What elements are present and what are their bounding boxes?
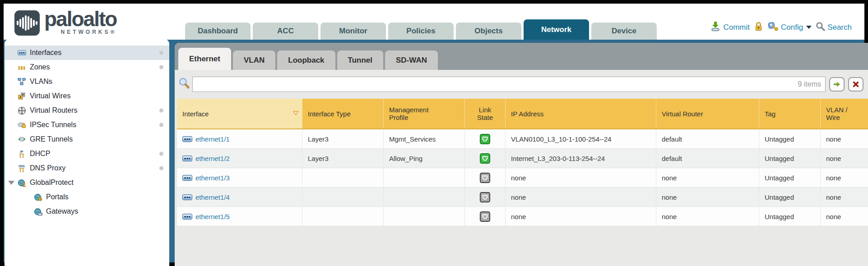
apply-filter-button[interactable] bbox=[829, 77, 845, 92]
column-header-ip[interactable]: IP Address bbox=[506, 99, 656, 128]
tab-vlan[interactable]: VLAN bbox=[233, 50, 275, 70]
portals-icon bbox=[33, 193, 42, 202]
config-label: Config bbox=[781, 23, 803, 32]
vlans-icon bbox=[17, 78, 26, 86]
filter-input[interactable] bbox=[193, 77, 825, 92]
gateways-icon bbox=[33, 207, 42, 216]
top-bar: paloalto NETWORKS® DashboardACCMonitorPo… bbox=[4, 4, 864, 40]
column-header-link[interactable]: Link State bbox=[465, 99, 506, 128]
zones-icon bbox=[17, 63, 26, 72]
vlan-cell: none bbox=[821, 168, 868, 187]
tag-cell: Untagged bbox=[759, 149, 821, 168]
interface-icon bbox=[182, 194, 192, 200]
sidebar-item-zones[interactable]: Zones bbox=[5, 60, 169, 74]
table-row[interactable]: ethernet1/3 nonenoneUntaggednone bbox=[177, 168, 868, 188]
search-label: Search bbox=[827, 23, 852, 32]
nav-tab-objects[interactable]: Objects bbox=[456, 23, 521, 40]
mgmt-cell bbox=[384, 188, 465, 206]
column-header-vlan[interactable]: VLAN / Wire bbox=[821, 99, 868, 128]
type-cell: Layer3 bbox=[302, 129, 384, 148]
interface-cell: ethernet1/3 bbox=[177, 168, 302, 187]
sidebar-item-label: Virtual Wires bbox=[30, 92, 70, 100]
nav-tab-network[interactable]: Network bbox=[524, 19, 589, 40]
nav-tab-policies[interactable]: Policies bbox=[388, 23, 454, 40]
sidebar-item-label: Interfaces bbox=[30, 49, 61, 57]
table-header-row: Interface Interface TypeManagement Profi… bbox=[177, 99, 868, 129]
column-header-mgmt[interactable]: Management Profile bbox=[384, 99, 465, 128]
tab-sd-wan[interactable]: SD-WAN bbox=[385, 50, 438, 70]
sidebar-item-interfaces[interactable]: Interfaces bbox=[5, 46, 169, 60]
svg-text:DNS: DNS bbox=[19, 164, 25, 167]
nav-tab-monitor[interactable]: Monitor bbox=[320, 23, 386, 40]
type-cell: Layer3 bbox=[302, 149, 384, 168]
interface-link[interactable]: ethernet1/3 bbox=[195, 174, 230, 182]
interface-link[interactable]: ethernet1/1 bbox=[195, 135, 230, 143]
tag-cell: Untagged bbox=[759, 129, 821, 148]
tab-loopback[interactable]: Loopback bbox=[277, 50, 335, 70]
interface-link[interactable]: ethernet1/4 bbox=[195, 193, 230, 201]
link-state-cell bbox=[465, 168, 506, 187]
mgmt-cell bbox=[384, 168, 465, 187]
vr-cell: default bbox=[656, 149, 759, 168]
svg-text:IP: IP bbox=[20, 150, 23, 154]
sidebar-item-label: VLANs bbox=[30, 78, 52, 86]
column-header-tag[interactable]: Tag bbox=[759, 99, 821, 128]
clear-filter-button[interactable] bbox=[848, 77, 863, 92]
link-state-cell bbox=[465, 149, 506, 168]
column-header-vr[interactable]: Virtual Router bbox=[656, 99, 759, 128]
interface-link[interactable]: ethernet1/2 bbox=[195, 155, 230, 162]
sidebar-item-globalprotect[interactable]: GlobalProtect bbox=[5, 175, 169, 190]
sidebar-item-virtual-routers[interactable]: Virtual Routers bbox=[5, 103, 169, 118]
link-state-up-icon bbox=[480, 134, 490, 144]
interface-icon bbox=[182, 136, 192, 142]
tab-ethernet[interactable]: Ethernet bbox=[178, 48, 231, 70]
sidebar-item-label: IPSec Tunnels bbox=[30, 121, 76, 129]
expand-arrow-icon[interactable] bbox=[8, 181, 14, 185]
sidebar-item-label: Zones bbox=[30, 63, 50, 71]
sidebar-item-ipsec-tunnels[interactable]: IPSec Tunnels bbox=[5, 118, 169, 132]
ethernet-interfaces-table: Interface Interface TypeManagement Profi… bbox=[177, 99, 868, 226]
nav-tab-acc[interactable]: ACC bbox=[253, 23, 318, 40]
sidebar-item-gre-tunnels[interactable]: GRE Tunnels bbox=[5, 132, 169, 147]
ip-cell: Internet_L3_203-0-113-254--24 bbox=[506, 149, 656, 168]
sidebar-item-vlans[interactable]: VLANs bbox=[5, 74, 169, 89]
ip-cell: none bbox=[506, 188, 656, 206]
filter-bar: 9 items bbox=[175, 70, 868, 99]
filter-search-icon bbox=[178, 77, 190, 92]
sidebar-item-label: GlobalProtect bbox=[30, 179, 74, 187]
table-row[interactable]: ethernet1/2Layer3Allow_Ping Internet_L3_… bbox=[177, 149, 868, 168]
column-header-interface[interactable]: Interface bbox=[177, 99, 290, 128]
sidebar-item-gateways[interactable]: Gateways bbox=[5, 204, 169, 219]
status-dot bbox=[159, 152, 163, 156]
column-header-type[interactable]: Interface Type bbox=[302, 99, 384, 128]
sidebar-item-virtual-wires[interactable]: Virtual Wires bbox=[5, 89, 169, 103]
config-button[interactable]: Config bbox=[767, 21, 812, 34]
nav-tab-dashboard[interactable]: Dashboard bbox=[185, 23, 251, 40]
vr-cell: none bbox=[656, 188, 759, 206]
chevron-down-icon bbox=[806, 26, 812, 29]
commit-button[interactable]: Commit bbox=[710, 21, 750, 34]
sidebar-item-dhcp[interactable]: IP DHCP bbox=[5, 147, 169, 161]
search-button[interactable]: Search bbox=[816, 22, 852, 33]
interface-link[interactable]: ethernet1/5 bbox=[195, 213, 230, 220]
sidebar-item-label: Portals bbox=[46, 193, 69, 201]
ip-cell: none bbox=[506, 207, 656, 226]
table-row[interactable]: ethernet1/1Layer3Mgmt_Services VLAN0100_… bbox=[177, 129, 868, 149]
sidebar-item-portals[interactable]: Portals bbox=[5, 190, 169, 204]
sidebar-item-dns-proxy[interactable]: DNS DNS Proxy bbox=[5, 161, 169, 175]
table-row[interactable]: ethernet1/5 nonenoneUntaggednone bbox=[177, 207, 868, 226]
tab-tunnel[interactable]: Tunnel bbox=[337, 50, 383, 70]
table-row[interactable]: ethernet1/4 nonenoneUntaggednone bbox=[177, 188, 868, 207]
link-state-cell bbox=[465, 188, 506, 206]
lock-icon[interactable] bbox=[754, 21, 763, 34]
tag-cell: Untagged bbox=[759, 168, 821, 187]
sidebar-item-label: DNS Proxy bbox=[30, 164, 65, 172]
vr-cell: default bbox=[656, 129, 759, 148]
commit-icon bbox=[710, 21, 721, 34]
interface-cell: ethernet1/2 bbox=[177, 149, 302, 168]
sort-dropdown-button[interactable] bbox=[290, 99, 302, 128]
nav-tab-device[interactable]: Device bbox=[591, 23, 657, 40]
dhcp-icon: IP bbox=[17, 150, 26, 158]
gre-tunnels-icon bbox=[17, 135, 26, 144]
sidebar-item-label: Gateways bbox=[46, 207, 78, 216]
